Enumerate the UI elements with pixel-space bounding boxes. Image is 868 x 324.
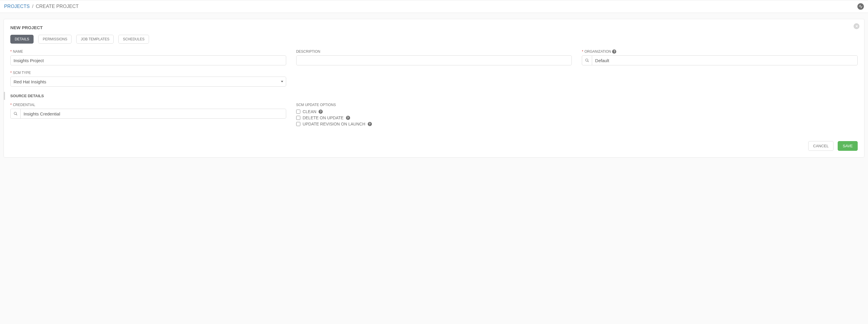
tab-job-templates[interactable]: JOB TEMPLATES (76, 35, 114, 43)
label-scm-update-options: SCM UPDATE OPTIONS (296, 103, 336, 107)
field-credential: * CREDENTIAL (10, 103, 286, 126)
label-organization: ORGANIZATION (585, 50, 611, 54)
breadcrumb-current: CREATE PROJECT (36, 4, 79, 9)
label-credential: CREDENTIAL (13, 103, 35, 107)
delete-on-update-label: DELETE ON UPDATE (303, 115, 344, 120)
scm-type-select[interactable] (10, 77, 286, 87)
tab-details[interactable]: DETAILS (10, 35, 34, 43)
field-scm-type: * SCM TYPE (10, 71, 286, 87)
field-name: * NAME (10, 50, 286, 65)
breadcrumb-separator: / (32, 4, 34, 9)
description-input[interactable] (296, 55, 572, 65)
help-icon[interactable] (346, 116, 350, 120)
panel-title: NEW PROJECT (10, 25, 858, 30)
required-marker: * (10, 71, 12, 75)
help-icon[interactable] (368, 122, 372, 126)
help-icon[interactable] (318, 110, 323, 114)
svg-point-2 (14, 112, 16, 115)
required-marker: * (10, 50, 12, 54)
required-marker: * (10, 103, 12, 107)
update-on-launch-label: UPDATE REVISION ON LAUNCH (303, 122, 365, 126)
label-scm-type: SCM TYPE (13, 71, 31, 75)
credential-input[interactable] (20, 109, 286, 119)
name-input[interactable] (10, 55, 286, 65)
checkbox-row-delete-on-update[interactable]: DELETE ON UPDATE (296, 115, 572, 120)
help-icon[interactable] (612, 50, 616, 54)
required-marker: * (582, 50, 583, 54)
credential-lookup-button[interactable] (10, 109, 20, 119)
svg-line-1 (588, 61, 589, 62)
field-description: DESCRIPTION (296, 50, 572, 65)
tab-permissions[interactable]: PERMISSIONS (38, 35, 71, 43)
cancel-button[interactable]: CANCEL (808, 141, 834, 151)
breadcrumb: PROJECTS / CREATE PROJECT (4, 4, 79, 9)
field-organization: * ORGANIZATION (582, 50, 858, 65)
project-form-panel: NEW PROJECT DETAILS PERMISSIONS JOB TEMP… (3, 19, 865, 157)
checkbox-row-clean[interactable]: CLEAN (296, 109, 572, 114)
label-name: NAME (13, 50, 23, 54)
close-icon[interactable] (854, 23, 860, 29)
breadcrumb-projects-link[interactable]: PROJECTS (4, 4, 30, 9)
search-icon (585, 58, 589, 62)
source-details-header: SOURCE DETAILS (4, 92, 858, 100)
clean-checkbox[interactable] (296, 110, 300, 114)
update-on-launch-checkbox[interactable] (296, 122, 300, 126)
activity-stream-icon[interactable] (858, 3, 864, 10)
tabs: DETAILS PERMISSIONS JOB TEMPLATES SCHEDU… (10, 35, 858, 43)
field-scm-update-options: SCM UPDATE OPTIONS CLEAN DELETE ON UPDAT… (296, 103, 572, 126)
save-button[interactable]: SAVE (838, 141, 858, 151)
organization-input[interactable] (592, 55, 858, 65)
delete-on-update-checkbox[interactable] (296, 116, 300, 120)
svg-line-3 (16, 114, 17, 115)
svg-point-0 (586, 59, 588, 61)
label-description: DESCRIPTION (296, 50, 320, 54)
clean-label: CLEAN (303, 109, 316, 114)
tab-schedules[interactable]: SCHEDULES (118, 35, 149, 43)
checkbox-row-update-on-launch[interactable]: UPDATE REVISION ON LAUNCH (296, 122, 572, 126)
organization-lookup-button[interactable] (582, 55, 592, 65)
search-icon (13, 112, 18, 116)
